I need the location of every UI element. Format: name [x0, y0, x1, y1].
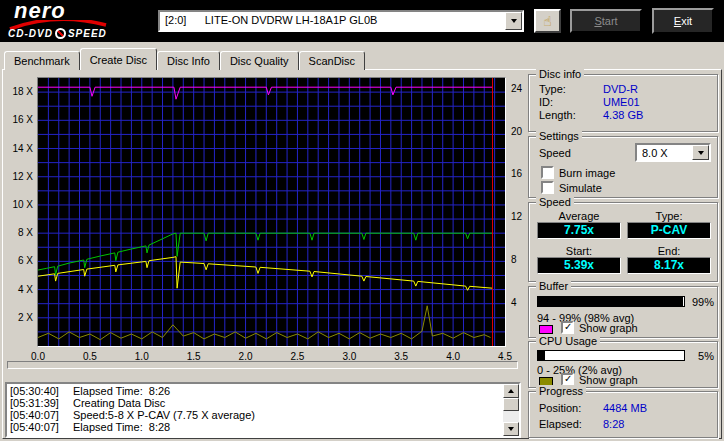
log-message: Elapsed Time: 8:28 [73, 421, 170, 433]
speed-select-dropdown-button[interactable] [692, 145, 709, 160]
arrow-up-icon [508, 389, 514, 393]
cpu-meter-fill [538, 351, 545, 360]
chart-series [38, 78, 493, 346]
tab-scandisc[interactable]: ScanDisc [299, 51, 365, 70]
left-axis-tick: 16 X [0, 114, 33, 125]
left-axis-tick: 10 X [0, 199, 33, 210]
cpu-usage-group: CPU Usage 5% 0 - 25% (2% avg) Show graph [528, 341, 718, 388]
header-bar: nero CD-DVD SPEED [2:0] LITE-ON DVDRW LH… [0, 0, 724, 42]
log-message: Speed:5-8 X P-CAV (7.75 X average) [73, 409, 255, 421]
checkbox-label: Burn image [559, 167, 615, 179]
position-value: 4484 MB [603, 402, 647, 414]
checkbox-box [541, 181, 554, 194]
tab-disc-quality[interactable]: Disc Quality [220, 51, 299, 70]
disc-type-value: DVD-R [603, 83, 638, 95]
left-axis-tick: 8 X [0, 227, 33, 238]
buffer-meter [537, 296, 685, 307]
checkbox-box [561, 321, 574, 334]
buffer-color-swatch [539, 325, 553, 334]
scroll-up-button[interactable] [503, 384, 519, 398]
group-title: Settings [536, 130, 582, 142]
buffer-show-graph-checkbox[interactable]: Show graph [561, 321, 638, 334]
group-title: Speed [536, 196, 574, 208]
simulate-checkbox[interactable]: Simulate [541, 181, 602, 194]
disc-id-value: UME01 [603, 96, 640, 108]
left-axis-tick: 6 X [0, 255, 33, 266]
group-title: Buffer [536, 280, 571, 292]
average-speed-display: 7.75x [537, 222, 621, 239]
left-axis-tick: 12 X [0, 171, 33, 182]
hand-pointer-icon: ☝ [543, 13, 552, 29]
burn-image-checkbox[interactable]: Burn image [541, 166, 615, 179]
logo-product-left: CD-DVD [8, 28, 53, 39]
speed-group: Speed Average Type: 7.75x P-CAV Start: E… [528, 202, 718, 282]
settings-group: Settings Speed 8.0 X Burn image Simulate [528, 136, 718, 198]
scrollbar-thumb[interactable] [503, 398, 519, 411]
event-log-lines: [05:30:40] Elapsed Time: 8:26 [05:31:39]… [7, 385, 502, 433]
checkbox-label: Simulate [559, 182, 602, 194]
speed-select-label: Speed [539, 147, 571, 159]
cpu-meter [537, 350, 685, 361]
write-progress-bar [7, 361, 518, 369]
average-speed-label: Average [537, 210, 621, 222]
log-message: Creating Data Disc [73, 397, 165, 409]
drive-info-hand-button[interactable]: ☝ [534, 9, 561, 33]
event-log[interactable]: [05:30:40] Elapsed Time: 8:26 [05:31:39]… [5, 382, 521, 438]
logo-product-text: CD-DVD SPEED [8, 28, 107, 39]
log-timestamp: [05:31:39] [10, 397, 59, 409]
log-line: [05:30:40] Elapsed Time: 8:26 [7, 385, 502, 397]
left-axis-tick: 4 X [0, 284, 33, 295]
end-speed-label: End: [627, 245, 711, 257]
disc-icon [55, 28, 66, 39]
tab-create-disc[interactable]: Create Disc [80, 48, 157, 70]
speed-graph [37, 77, 506, 347]
write-type-label: Type: [627, 210, 711, 222]
buffer-percent: 99% [687, 296, 714, 308]
log-message: Elapsed Time: 8:26 [73, 385, 170, 397]
left-axis-tick: 18 X [0, 86, 33, 97]
log-timestamp: [05:30:40] [10, 385, 59, 397]
disc-id-label: ID: [539, 96, 553, 108]
end-speed-display: 8.17x [627, 257, 711, 274]
start-speed-label: Start: [537, 245, 621, 257]
cpu-percent: 5% [687, 350, 714, 362]
nero-cd-dvd-speed-window: nero CD-DVD SPEED [2:0] LITE-ON DVDRW LH… [0, 0, 724, 441]
drive-select[interactable]: [2:0] LITE-ON DVDRW LH-18A1P GL0B [158, 10, 524, 32]
buffer-meter-fill [538, 297, 683, 306]
chart-grid [38, 78, 505, 346]
log-line: [05:40:07] Elapsed Time: 8:28 [7, 421, 502, 433]
exit-button[interactable]: Exit [652, 8, 714, 34]
left-axis-tick: 14 X [0, 143, 33, 154]
speed-graph-canvas [38, 78, 505, 346]
disc-type-label: Type: [539, 83, 566, 95]
arrow-down-icon [508, 427, 514, 431]
log-line: [05:31:39] Creating Data Disc [7, 397, 502, 409]
start-speed-display: 5.39x [537, 257, 621, 274]
log-line: [05:40:07] Speed:5-8 X P-CAV (7.75 X ave… [7, 409, 502, 421]
left-axis-tick: 2 X [0, 312, 33, 323]
group-title: Disc info [536, 68, 584, 80]
elapsed-value: 8:28 [603, 418, 624, 430]
speed-select[interactable]: 8.0 X [635, 143, 711, 162]
chevron-down-icon [511, 19, 517, 23]
checkbox-box [541, 166, 554, 179]
log-timestamp: [05:40:07] [10, 421, 59, 433]
disc-info-group: Disc info Type: DVD-R ID: UME01 Length: … [528, 74, 718, 132]
write-type-display: P-CAV [627, 222, 711, 239]
tab-benchmark[interactable]: Benchmark [4, 51, 80, 70]
buffer-group: Buffer 99% 94 - 99% (98% avg) Show graph [528, 286, 718, 338]
chevron-down-icon [698, 151, 704, 155]
logo-product-right: SPEED [68, 28, 107, 39]
drive-select-dropdown-button[interactable] [505, 12, 522, 30]
start-button[interactable]: Start [570, 9, 642, 33]
elapsed-label: Elapsed: [539, 418, 582, 430]
drive-select-value: [2:0] LITE-ON DVDRW LH-18A1P GL0B [165, 14, 377, 26]
group-title: CPU Usage [536, 335, 600, 347]
checkbox-label: Show graph [579, 322, 638, 334]
tab-disc-info[interactable]: Disc Info [157, 51, 220, 70]
disc-length-value: 4.38 GB [603, 109, 643, 121]
log-timestamp: [05:40:07] [10, 409, 59, 421]
log-scrollbar[interactable] [503, 384, 519, 436]
scroll-down-button[interactable] [503, 422, 519, 436]
progress-group: Progress Position: 4484 MB Elapsed: 8:28 [528, 391, 718, 438]
